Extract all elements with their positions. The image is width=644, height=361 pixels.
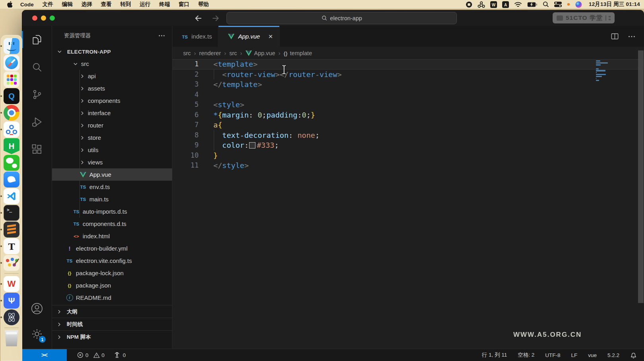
tree-item-views[interactable]: views [52, 156, 172, 168]
tree-item-electron-builder.yml[interactable]: !electron-builder.yml [52, 242, 172, 255]
menu-clock[interactable]: 12月13日 周三 01:14 [587, 1, 640, 8]
dock-chrome[interactable] [4, 105, 19, 121]
dock-text-editor[interactable]: T [4, 238, 19, 254]
activity-extensions[interactable] [22, 135, 52, 163]
sidebar-section-时间线[interactable]: 时间线 [52, 318, 172, 330]
tab-index.ts[interactable]: TSindex.ts [172, 26, 219, 47]
tree-item-store[interactable]: store [52, 131, 172, 144]
ports-indicator[interactable]: 0 [113, 352, 126, 358]
activity-search[interactable] [22, 53, 52, 81]
activity-run-debug[interactable] [22, 108, 52, 135]
color-swatch[interactable] [249, 142, 255, 149]
editor-scrollbar[interactable] [638, 50, 644, 303]
tree-item-package-lock.json[interactable]: {}package-lock.json [52, 267, 172, 279]
activity-explorer[interactable] [22, 26, 52, 53]
w-badge-icon[interactable]: W [490, 1, 497, 8]
menu-运行[interactable]: 运行 [135, 1, 155, 8]
minimize-window-button[interactable] [41, 15, 46, 21]
cursor-position[interactable]: 行 1, 列 11 [482, 351, 507, 359]
tree-item-env.d.ts[interactable]: TSenv.d.ts [52, 181, 172, 193]
apple-menu[interactable] [4, 1, 16, 8]
code-line-8[interactable]: 8 text-decoration: none; [172, 130, 644, 141]
menu-帮助[interactable]: 帮助 [194, 1, 213, 8]
tree-item-package.json[interactable]: {}package.json [52, 279, 172, 292]
wifi-icon[interactable] [514, 2, 522, 8]
more-actions-icon[interactable] [158, 32, 166, 40]
settings-button[interactable]: 1 [22, 326, 52, 342]
tree-item-components[interactable]: components [52, 95, 172, 107]
close-window-button[interactable] [32, 15, 37, 21]
code-editor[interactable]: 1<template>2 <router-view></router-view>… [172, 59, 644, 349]
menu-窗口[interactable]: 窗口 [174, 1, 194, 8]
dock-sublime[interactable] [4, 222, 19, 237]
encoding[interactable]: UTF-8 [545, 352, 560, 358]
battery-icon[interactable] [527, 2, 538, 7]
code-line-9[interactable]: 9 color:#333; [172, 140, 644, 151]
spotlight-icon[interactable] [543, 1, 549, 8]
menu-转到[interactable]: 转到 [116, 1, 135, 8]
dock-vscode[interactable] [4, 188, 19, 204]
language-mode[interactable]: vue [588, 352, 597, 358]
dock-safari[interactable] [4, 55, 19, 71]
menu-终端[interactable]: 终端 [155, 1, 174, 8]
code-line-1[interactable]: 1<template> [172, 59, 644, 69]
editor-more-actions-icon[interactable] [627, 32, 636, 41]
code-line-2[interactable]: 2 <router-view></router-view> [172, 69, 644, 80]
dock-dingtalk[interactable] [4, 172, 19, 187]
eol-sequence[interactable]: LF [571, 352, 577, 358]
breadcrumb-App.vue[interactable]: App.vue [246, 50, 275, 56]
remote-indicator[interactable]: >< [22, 349, 67, 361]
bell-icon[interactable] [630, 352, 637, 359]
tree-item-auto-imports.d.ts[interactable]: TSauto-imports.d.ts [52, 205, 172, 218]
a-badge-icon[interactable]: A [502, 1, 509, 8]
minimap[interactable] [596, 60, 614, 82]
dock-paint[interactable] [4, 255, 19, 271]
dock-electron[interactable] [4, 309, 19, 325]
code-line-6[interactable]: 6*{margin: 0;padding:0;} [172, 110, 644, 120]
dock-terminal[interactable]: >_ [4, 205, 19, 221]
sidebar-section-NPM 脚本[interactable]: NPM 脚本 [52, 330, 172, 343]
tree-item-components.d.ts[interactable]: TScomponents.d.ts [52, 218, 172, 230]
tree-item-interface[interactable]: interface [52, 107, 172, 119]
close-tab-icon[interactable]: × [268, 33, 273, 40]
dock-nodes-app[interactable] [4, 122, 19, 137]
code-line-10[interactable]: 10} [172, 151, 644, 161]
tree-item-src[interactable]: src [52, 58, 172, 70]
dock-finder[interactable] [4, 38, 19, 54]
menu-选择[interactable]: 选择 [77, 1, 97, 8]
control-center-icon[interactable] [554, 1, 562, 8]
menu-查看[interactable]: 查看 [97, 1, 116, 8]
code-line-11[interactable]: 11</style> [172, 160, 644, 171]
extension-version[interactable]: 5.2.2 [607, 352, 619, 358]
account-button[interactable] [22, 301, 52, 317]
dock-hbuilder[interactable]: H [4, 138, 19, 154]
code-line-4[interactable]: 4 [172, 90, 644, 100]
tree-item-router[interactable]: router [52, 119, 172, 131]
sidebar-section-大纲[interactable]: 大纲 [52, 305, 172, 318]
tree-item-assets[interactable]: assets [52, 82, 172, 95]
tree-item-main.ts[interactable]: TSmain.ts [52, 193, 172, 205]
dock-deer-security[interactable]: Ψ [4, 293, 19, 309]
breadcrumb-renderer[interactable]: renderer [199, 50, 221, 56]
code-line-7[interactable]: 7a{ [172, 120, 644, 130]
split-editor-icon[interactable] [610, 32, 619, 41]
breadcrumb-src[interactable]: src [183, 50, 191, 56]
indentation[interactable]: 空格: 2 [518, 351, 534, 359]
code-line-5[interactable]: 5<style> [172, 100, 644, 110]
nodes-icon[interactable] [478, 1, 485, 8]
dock-trash[interactable] [4, 330, 19, 346]
notification-dot-icon[interactable] [567, 3, 570, 6]
problems-indicator[interactable]: 0 0 [77, 352, 104, 358]
breadcrumb-template[interactable]: {}template [284, 50, 312, 56]
menu-app-name[interactable]: Code [16, 2, 38, 8]
tree-root-electron-app[interactable]: ELECTRON-APP [52, 46, 172, 58]
dock-wechat[interactable] [4, 155, 19, 171]
forward-arrow-icon[interactable] [211, 14, 220, 23]
menu-编辑[interactable]: 编辑 [58, 1, 77, 8]
dock-media-player[interactable]: Q [4, 88, 19, 104]
screen-record-icon[interactable] [466, 1, 472, 8]
zoom-window-button[interactable] [50, 15, 55, 21]
siri-icon[interactable] [575, 1, 582, 8]
activity-source-control[interactable] [22, 81, 52, 108]
menu-文件[interactable]: 文件 [38, 1, 58, 8]
